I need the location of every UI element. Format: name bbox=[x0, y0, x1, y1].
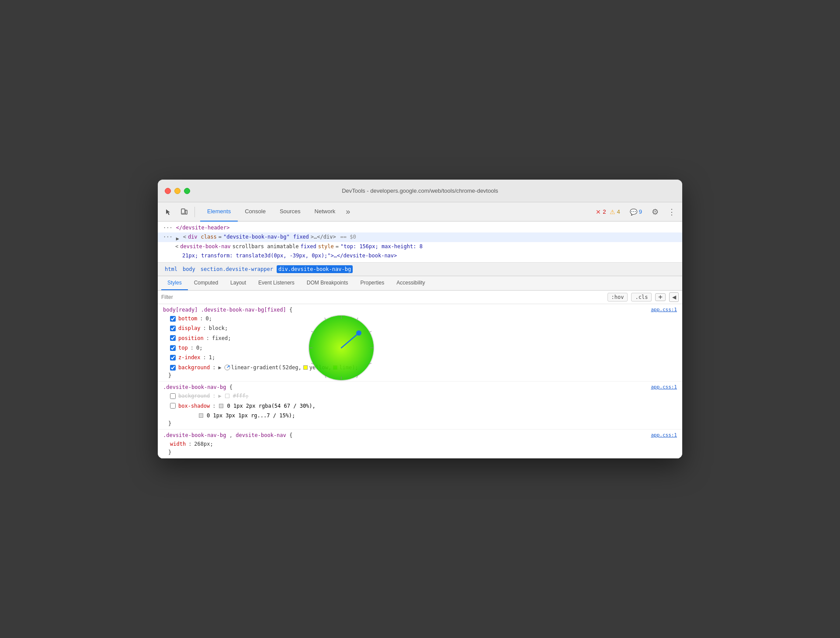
css-prop-display: display : block; bbox=[163, 323, 677, 333]
cls-button[interactable]: .cls bbox=[631, 293, 652, 302]
css-propname-shadow1: box-shadow bbox=[178, 402, 210, 410]
svg-rect-1 bbox=[185, 210, 187, 214]
traffic-lights bbox=[165, 188, 190, 194]
css-checkbox-position[interactable] bbox=[170, 335, 176, 341]
css-checkbox-bottom[interactable] bbox=[170, 316, 176, 322]
css-value-display[interactable]: block; bbox=[209, 324, 228, 333]
html-dom-id: == $0 bbox=[340, 233, 356, 241]
tab-layout[interactable]: Layout bbox=[224, 276, 252, 290]
tab-dom-breakpoints[interactable]: DOM Breakpoints bbox=[301, 276, 354, 290]
css-checkbox-top[interactable] bbox=[170, 345, 176, 351]
white-swatch[interactable] bbox=[225, 394, 229, 398]
gradient-text-1: linear-gradient( bbox=[231, 363, 282, 372]
html-line-2[interactable]: ··· ▶ < div class = "devsite-book-nav-bg… bbox=[158, 232, 682, 242]
toolbar-divider bbox=[194, 207, 195, 217]
css-source-2[interactable]: app.css:1 bbox=[651, 384, 677, 390]
css-value-shadow1[interactable]: 0 1px 2px rgba(54 67 / 30%), bbox=[227, 402, 315, 410]
css-bg2-expand[interactable]: ▶ bbox=[218, 392, 221, 400]
tab-elements[interactable]: Elements bbox=[200, 202, 238, 222]
css-value-top[interactable]: 0; bbox=[196, 343, 202, 352]
css-prop-background: background : ▶ linear-gradient( 52deg, bbox=[163, 363, 677, 372]
css-prop-bottom: bottom : 0; bbox=[163, 314, 677, 323]
shadow-swatch-2[interactable] bbox=[199, 413, 203, 418]
css-checkbox-display[interactable] bbox=[170, 326, 176, 331]
hov-button[interactable]: :hov bbox=[607, 293, 628, 302]
shadow-swatch-1[interactable] bbox=[219, 404, 223, 408]
css-source-3[interactable]: app.css:1 bbox=[651, 432, 677, 438]
angle-icon[interactable] bbox=[224, 364, 230, 371]
css-brace-close-2: } bbox=[163, 420, 677, 426]
toggle-sidebar-button[interactable]: ◀ bbox=[669, 292, 679, 302]
css-colon-background: : bbox=[212, 363, 215, 372]
css-value-position[interactable]: fixed; bbox=[212, 334, 231, 343]
css-rule-3: app.css:1 .devsite-book-nav-bg , devsite… bbox=[158, 430, 682, 458]
tab-sources[interactable]: Sources bbox=[273, 202, 308, 222]
device-toolbar-button[interactable] bbox=[177, 205, 191, 219]
css-prop-zindex: z-index : 1; bbox=[163, 353, 677, 362]
window-title: DevTools - developers.google.com/web/too… bbox=[342, 187, 498, 194]
breadcrumb-div[interactable]: div.devsite-book-nav-bg bbox=[277, 265, 353, 273]
tab-event-listeners[interactable]: Event Listeners bbox=[252, 276, 301, 290]
css-prop-width: width : 268px; bbox=[163, 439, 677, 449]
breadcrumb-section[interactable]: section.devsite-wrapper bbox=[199, 265, 275, 273]
breadcrumb-body[interactable]: body bbox=[181, 265, 197, 273]
css-selector-comma: , bbox=[229, 432, 236, 438]
css-source-1[interactable]: app.css:1 bbox=[651, 307, 677, 312]
css-propname-zindex: z-index bbox=[178, 353, 201, 362]
css-value-width[interactable]: 268px; bbox=[194, 440, 213, 448]
message-count: 9 bbox=[639, 208, 642, 215]
messages-badge[interactable]: 💬 9 bbox=[626, 207, 646, 217]
css-gradient-expand[interactable]: ▶ bbox=[218, 363, 221, 372]
css-selector-text-3b: devsite-book-nav bbox=[236, 432, 289, 438]
css-brace-close-1: } bbox=[163, 372, 677, 378]
tab-console[interactable]: Console bbox=[238, 202, 273, 222]
css-value-bottom[interactable]: 0; bbox=[206, 314, 212, 323]
css-value-shadow2[interactable]: 0 1px 3px 1px rg...7 / 15%); bbox=[207, 411, 295, 420]
minimize-button[interactable] bbox=[174, 188, 180, 194]
css-checkbox-background[interactable] bbox=[170, 365, 176, 371]
tab-network[interactable]: Network bbox=[308, 202, 343, 222]
cursor-tool-button[interactable] bbox=[161, 205, 175, 219]
toolbar-tabs: Elements Console Sources Network » bbox=[200, 202, 354, 222]
css-brace-open-3: { bbox=[289, 432, 292, 438]
html-attr-class-val: "devsite-book-nav-bg" bbox=[223, 233, 290, 241]
more-tabs-button[interactable]: » bbox=[342, 207, 354, 216]
breadcrumb-html[interactable]: html bbox=[163, 265, 179, 273]
css-selector-text-3a: .devsite-book-nav-bg bbox=[163, 432, 226, 438]
settings-button[interactable]: ⚙ bbox=[648, 205, 662, 219]
style-panel-tabs: Styles Computed Layout Event Listeners D… bbox=[158, 276, 682, 291]
css-brace-open-2: { bbox=[229, 384, 233, 390]
tab-styles[interactable]: Styles bbox=[161, 276, 188, 290]
html-fixed2: fixed bbox=[301, 243, 316, 251]
expand-arrow[interactable]: ▶ bbox=[176, 235, 181, 240]
toolbar-right: ✕ 2 ⚠ 4 💬 9 ⚙ ⋮ bbox=[592, 205, 679, 219]
css-selector-text-1: body[ready] .devsite-book-nav-bg[fixed] bbox=[163, 307, 289, 313]
css-checkbox-shadow1[interactable] bbox=[170, 403, 176, 409]
errors-badge[interactable]: ✕ 2 ⚠ 4 bbox=[592, 207, 623, 217]
css-colon-display: : bbox=[203, 324, 206, 333]
css-value-zindex[interactable]: 1; bbox=[209, 353, 215, 362]
css-checkbox-zindex[interactable] bbox=[170, 355, 176, 361]
html-panel: ··· </devsite-header> ··· ▶ < div class … bbox=[158, 222, 682, 263]
maximize-button[interactable] bbox=[184, 188, 190, 194]
add-style-button[interactable]: + bbox=[655, 293, 666, 301]
angle-wheel-svg[interactable] bbox=[306, 313, 376, 383]
filter-input[interactable] bbox=[161, 294, 604, 300]
tab-accessibility[interactable]: Accessibility bbox=[390, 276, 431, 290]
breadcrumb-bar: html body section.devsite-wrapper div.de… bbox=[158, 263, 682, 276]
html-fixed-attr: fixed bbox=[293, 233, 309, 241]
html-style-val: "top: 156px; max-height: 8 bbox=[340, 243, 423, 251]
tab-properties[interactable]: Properties bbox=[354, 276, 391, 290]
css-prop-shadow1: box-shadow : 0 1px 2px rgba(54 67 / 30%)… bbox=[163, 401, 677, 411]
css-checkbox-bg2[interactable] bbox=[170, 393, 176, 399]
angle-wheel-popup[interactable] bbox=[306, 313, 376, 385]
css-brace-open-1: { bbox=[289, 307, 292, 313]
close-button[interactable] bbox=[165, 188, 171, 194]
more-options-button[interactable]: ⋮ bbox=[665, 205, 679, 219]
css-colon-bg2: : bbox=[212, 392, 215, 400]
css-selector-2: .devsite-book-nav-bg { bbox=[163, 384, 677, 390]
css-value-bg2[interactable]: #fff; bbox=[233, 392, 249, 400]
html-line-4: 21px; transform: translate3d(0px, -39px,… bbox=[158, 251, 682, 260]
tab-computed[interactable]: Computed bbox=[188, 276, 224, 290]
html-style-eq: = bbox=[336, 243, 339, 251]
